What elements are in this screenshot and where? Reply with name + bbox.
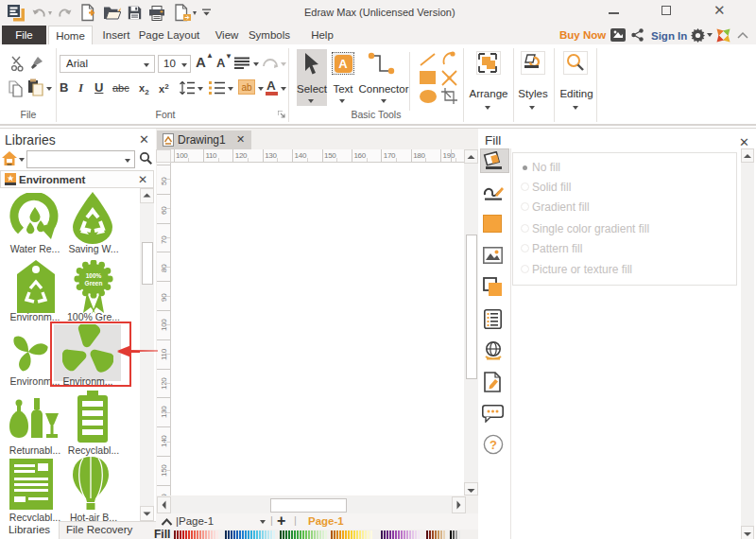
- svg-text:Green: Green: [85, 280, 103, 287]
- svg-text:?: ?: [490, 438, 497, 452]
- svg-text:100%: 100%: [86, 272, 102, 279]
